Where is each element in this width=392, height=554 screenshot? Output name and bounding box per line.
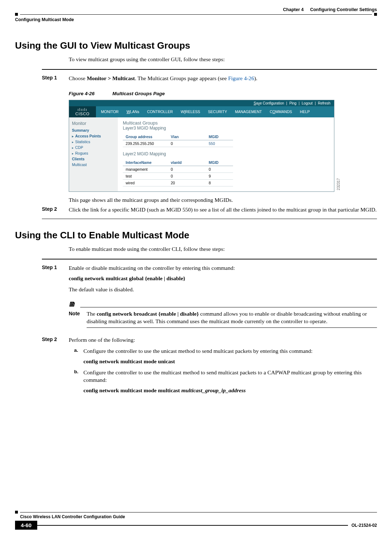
cli-step-1-row: Step 1 Enable or disable multicasting on… — [42, 264, 377, 333]
sidebar-item-access-points[interactable]: ▸Access Points — [72, 134, 115, 138]
note-text: The config network broadcast {enable | d… — [87, 310, 377, 325]
header-section: Configuring Multicast Mode — [15, 17, 377, 22]
sidebar-item-clients[interactable]: Clients — [72, 157, 115, 161]
sub-b-text: Configure the controller to use the mult… — [83, 369, 377, 384]
sidebar-item-summary[interactable]: Summary — [72, 128, 115, 132]
shot-main: Multicast Groups Layer3 MGID Mapping Gro… — [118, 117, 334, 191]
page-footer: Cisco Wireless LAN Controller Configurat… — [15, 511, 377, 530]
nav-management[interactable]: MANAGEMENT — [235, 110, 262, 114]
header-rule — [15, 13, 377, 16]
sub-b-row: b. Configure the controller to use the m… — [74, 369, 377, 394]
footer-square — [15, 511, 18, 514]
header-square-right — [374, 13, 377, 16]
figure-link[interactable]: Figure 4-26 — [228, 75, 254, 81]
footer-bar — [20, 512, 377, 512]
layer3-table: Group address Vlan MGID 239.255.255.250 … — [123, 133, 233, 147]
logout-link[interactable]: Logout — [302, 101, 313, 105]
logo-text: CISCO — [69, 112, 96, 116]
refresh-link[interactable]: Refresh — [318, 101, 330, 105]
sidebar-item-rogues[interactable]: ▸Rogues — [72, 151, 115, 155]
nav-items: MONITOR WLANs CONTROLLER WIRELESS SECURI… — [96, 107, 315, 116]
section1-intro: To view multicast groups using the contr… — [69, 56, 377, 63]
save-config-link[interactable]: Save Configuration — [253, 101, 284, 105]
footer-page-number: 4-60 — [15, 521, 37, 530]
t2-h-mgid: MGID — [206, 159, 233, 166]
t2-r0-vlan: 0 — [168, 166, 206, 172]
table-row: management 0 0 — [123, 166, 233, 172]
step-1-body: Choose Monitor > Multicast. The Multicas… — [69, 75, 377, 82]
note-rule-top — [80, 307, 377, 307]
ping-link[interactable]: Ping — [289, 101, 296, 105]
sub-b-cmd-ital: multicast_group_ip_address — [181, 387, 246, 393]
sub-b-label: b. — [74, 369, 83, 394]
nav-commands[interactable]: COMMANDS — [270, 110, 292, 114]
table-row: test 0 9 — [123, 172, 233, 179]
cli-step1-default: The default value is disabled. — [69, 286, 377, 293]
footer-doc-id: OL-21524-02 — [352, 523, 377, 528]
header-square-left — [15, 13, 18, 16]
logo-bars: ılıılı — [69, 108, 96, 112]
sidebar-item-multicast[interactable]: Multicast — [72, 162, 115, 167]
t2-r1-mgid: 9 — [206, 172, 233, 179]
section-heading-cli: Using the CLI to Enable Multicast Mode — [15, 230, 377, 241]
nav-wlans[interactable]: WLANs — [126, 110, 139, 114]
t2-r0-mgid: 0 — [206, 166, 233, 172]
figure-id: 232317 — [337, 178, 340, 190]
sidebar-title: Monitor — [72, 121, 115, 126]
note-label: Note — [69, 310, 83, 317]
triangle-icon: ▸ — [72, 152, 74, 155]
t2-r2-vlan: 20 — [168, 179, 206, 186]
t1-r0-mgid-link[interactable]: 550 — [206, 140, 233, 147]
t2-h-vlanid: vlanId — [168, 159, 206, 166]
step-2-row: Step 2 Click the link for a specific MGI… — [42, 206, 377, 214]
step-2-label: Step 2 — [42, 206, 69, 214]
layer2-table: InterfaceName vlanId MGID management 0 0… — [123, 159, 233, 186]
nav-help[interactable]: HELP — [300, 110, 310, 114]
step-1-row: Step 1 Choose Monitor > Multicast. The M… — [42, 75, 377, 82]
step-1-label: Step 1 — [42, 75, 69, 82]
step1-bold: Monitor > Multicast — [87, 75, 135, 81]
t1-h-group: Group address — [123, 133, 168, 140]
t2-r0-iface: management — [123, 166, 168, 172]
nav-controller[interactable]: CONTROLLER — [147, 110, 173, 114]
sub-b-cmd: config network multicast mode multicast … — [83, 387, 377, 394]
note-pencil-icon: 🗈 — [68, 298, 78, 309]
main-subtitle-l3: Layer3 MGID Mapping — [123, 126, 329, 131]
t2-r1-vlan: 0 — [168, 172, 206, 179]
sub-b-cmd-a: config network multicast mode multicast — [83, 387, 181, 393]
cli-step-2-body: Perform one of the following: — [69, 336, 377, 344]
note-text-a: The — [87, 311, 97, 317]
figure-title: Multicast Groups Page — [112, 91, 165, 96]
sub-a-row: a. Configure the controller to use the u… — [74, 348, 377, 365]
figure-caption: Figure 4-26Multicast Groups Page — [69, 91, 377, 96]
cli-step1-text: Enable or disable multicasting on the co… — [69, 264, 377, 272]
cli-step-1-label: Step 1 — [42, 264, 69, 333]
sidebar-item-statistics[interactable]: ▸Statistics — [72, 140, 115, 144]
cli-step-2-row: Step 2 Perform one of the following: — [42, 336, 377, 344]
cisco-logo: ılıılı CISCO — [69, 106, 96, 117]
sub-a-cmd: config network multicast mode unicast — [83, 358, 377, 365]
cli-step-2-label: Step 2 — [42, 336, 69, 344]
main-title: Multicast Groups — [123, 120, 329, 126]
cli-step-1-body: Enable or disable multicasting on the co… — [69, 264, 377, 333]
steps-rule-bottom — [42, 219, 377, 219]
nav-security[interactable]: SECURITY — [208, 110, 227, 114]
note-rule-bottom — [87, 327, 377, 328]
nav-wireless[interactable]: WIRELESS — [181, 110, 200, 114]
sub-a-body: Configure the controller to use the unic… — [83, 348, 377, 365]
nav-monitor[interactable]: MONITOR — [101, 110, 118, 114]
triangle-icon: ▸ — [72, 135, 74, 138]
steps2-rule-top — [42, 259, 377, 259]
note-body: Note The config network broadcast {enabl… — [69, 310, 377, 325]
step-2-body: Click the link for a specific MGID (such… — [69, 206, 377, 214]
triangle-icon: ▸ — [72, 146, 74, 150]
table-row: wired 20 8 — [123, 179, 233, 186]
sub-a-text: Configure the controller to use the unic… — [83, 348, 377, 355]
shot-sidebar: Monitor Summary ▸Access Points ▸Statisti… — [69, 117, 118, 191]
t1-r0-vlan: 0 — [168, 140, 206, 147]
shot-topbar: Save Configuration| Ping| Logout| Refres… — [69, 100, 334, 106]
footer-guide-title: Cisco Wireless LAN Controller Configurat… — [20, 514, 377, 519]
table-row: 239.255.255.250 0 550 — [123, 140, 233, 147]
sidebar-item-cdp[interactable]: ▸CDP — [72, 145, 115, 150]
chapter-title: Configuring Controller Settings — [310, 7, 377, 12]
